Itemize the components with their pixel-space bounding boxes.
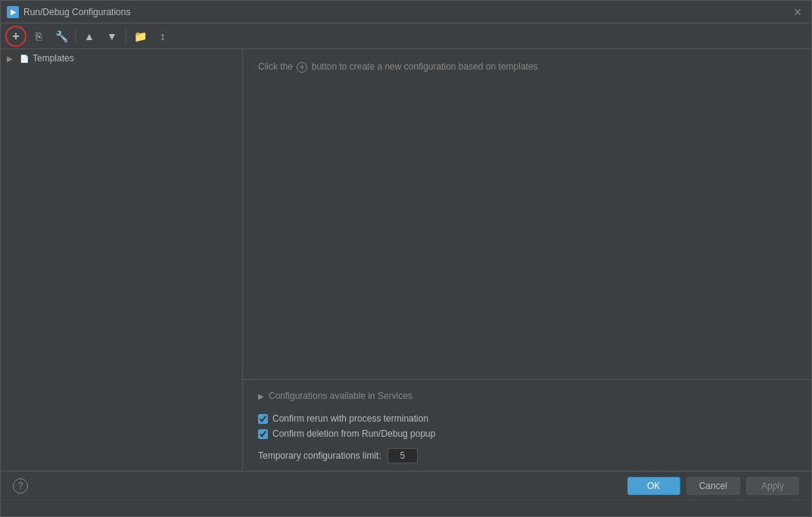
sort-icon: ↕ <box>160 30 166 42</box>
ok-button[interactable]: OK <box>627 477 680 495</box>
confirm-rerun-checkbox[interactable] <box>258 414 268 424</box>
window-title: Run/Debug Configurations <box>23 7 790 17</box>
hint-plus-icon: + <box>297 62 307 73</box>
footer: ? OK Cancel Apply <box>1 471 811 500</box>
temp-config-row: Temporary configurations limit: <box>258 448 796 463</box>
sidebar-item-label: Templates <box>33 53 74 64</box>
status-bar <box>1 500 811 516</box>
temp-config-label: Temporary configurations limit: <box>258 450 381 461</box>
close-button[interactable]: ✕ <box>790 5 805 20</box>
move-down-button[interactable]: ▼ <box>101 26 123 46</box>
content-panel: Click the + button to create a new confi… <box>243 49 811 471</box>
confirm-rerun-row: Confirm rerun with process termination <box>258 413 796 424</box>
app-icon: ▶ <box>7 6 19 18</box>
separator-2 <box>126 30 126 43</box>
title-bar: ▶ Run/Debug Configurations ✕ <box>1 1 811 23</box>
configurations-available-section[interactable]: ▶ Configurations available in Services <box>258 388 796 404</box>
confirm-deletion-checkbox[interactable] <box>258 429 268 439</box>
copy-icon: ⎘ <box>36 30 42 42</box>
add-configuration-button[interactable]: + <box>5 26 26 47</box>
content-main: Click the + button to create a new confi… <box>243 49 811 379</box>
checkboxes-group: Confirm rerun with process termination C… <box>258 413 796 439</box>
wrench-icon: 🔧 <box>55 30 68 42</box>
arrow-up-icon: ▲ <box>84 30 95 42</box>
collapsible-arrow-icon: ▶ <box>258 392 264 400</box>
hint-text: Click the + button to create a new confi… <box>258 61 796 73</box>
confirm-deletion-label: Confirm deletion from Run/Debug popup <box>272 428 435 439</box>
sidebar: ▶ 📄 Templates <box>1 49 243 471</box>
run-debug-configurations-dialog: ▶ Run/Debug Configurations ✕ + ⎘ 🔧 ▲ ▼ 📁… <box>0 0 812 517</box>
new-folder-button[interactable]: 📁 <box>129 26 151 46</box>
templates-icon: 📄 <box>19 53 30 64</box>
toolbar: + ⎘ 🔧 ▲ ▼ 📁 ↕ <box>1 23 811 49</box>
expand-arrow-icon: ▶ <box>7 55 16 63</box>
temp-config-input[interactable] <box>387 448 418 463</box>
sidebar-item-templates[interactable]: ▶ 📄 Templates <box>1 49 242 67</box>
main-content: ▶ 📄 Templates Click the + button to crea… <box>1 49 811 471</box>
collapsible-label: Configurations available in Services <box>269 391 412 401</box>
help-button[interactable]: ? <box>13 478 28 494</box>
arrow-down-icon: ▼ <box>107 30 117 42</box>
apply-button[interactable]: Apply <box>746 477 799 495</box>
footer-buttons: OK Cancel Apply <box>627 477 799 495</box>
separator-1 <box>75 30 76 43</box>
cancel-button[interactable]: Cancel <box>686 477 740 495</box>
copy-configuration-button[interactable]: ⎘ <box>28 26 49 46</box>
content-bottom: ▶ Configurations available in Services C… <box>243 379 811 471</box>
confirm-deletion-row: Confirm deletion from Run/Debug popup <box>258 428 796 439</box>
folder-icon: 📁 <box>134 30 147 42</box>
confirm-rerun-label: Confirm rerun with process termination <box>272 413 428 424</box>
edit-configuration-button[interactable]: 🔧 <box>51 26 72 46</box>
move-up-button[interactable]: ▲ <box>79 26 100 46</box>
sort-button[interactable]: ↕ <box>152 26 173 46</box>
